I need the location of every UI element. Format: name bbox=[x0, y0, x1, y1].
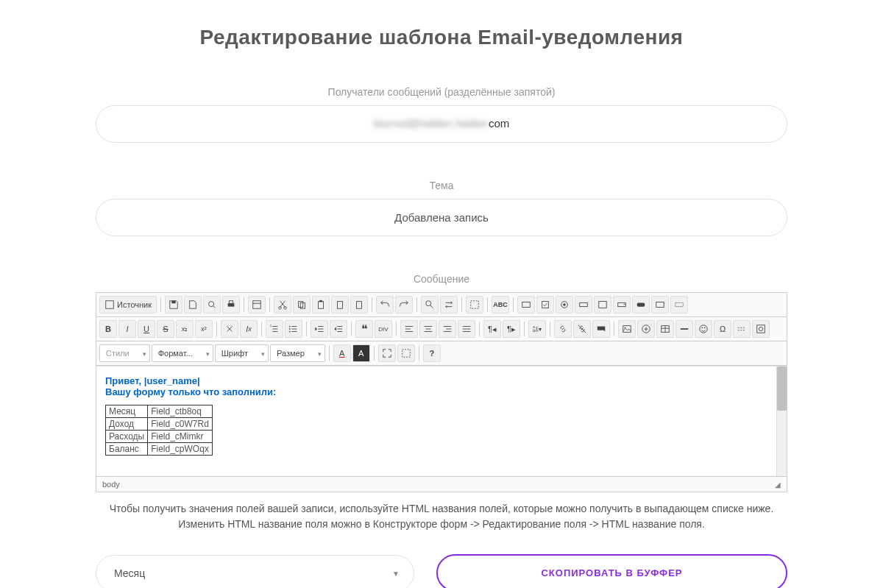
textfield-icon[interactable] bbox=[575, 296, 592, 314]
blockquote-icon[interactable]: ❝ bbox=[355, 320, 373, 338]
editor-filled-text: Вашу форму только что заполнили: bbox=[105, 386, 778, 397]
save-icon[interactable] bbox=[165, 296, 182, 314]
print-icon[interactable] bbox=[222, 296, 240, 314]
select-icon[interactable] bbox=[613, 296, 631, 314]
bg-color-icon[interactable]: A bbox=[352, 344, 370, 362]
svg-rect-40 bbox=[403, 350, 411, 358]
strike-icon[interactable]: S bbox=[157, 320, 174, 338]
button-icon[interactable] bbox=[632, 296, 650, 314]
editor-data-table: МесяцField_ctb8oq ДоходField_c0W7Rd Расх… bbox=[105, 405, 213, 456]
paste-text-icon[interactable] bbox=[331, 296, 349, 314]
source-button[interactable]: Источник bbox=[99, 296, 157, 314]
templates-icon[interactable] bbox=[248, 296, 266, 314]
table-row: БалансField_cpWOqx bbox=[106, 443, 213, 456]
superscript-icon[interactable]: x² bbox=[195, 320, 213, 338]
find-icon[interactable] bbox=[421, 296, 439, 314]
editor-scrollbar[interactable] bbox=[776, 366, 787, 476]
font-combo[interactable]: Шрифт bbox=[215, 344, 269, 362]
remove-format-icon[interactable] bbox=[221, 320, 238, 338]
hr-icon[interactable] bbox=[675, 320, 693, 338]
radio-icon[interactable] bbox=[556, 296, 573, 314]
svg-rect-0 bbox=[106, 301, 114, 309]
toolbar-row-1: Источник ABC bbox=[96, 293, 787, 317]
paste-icon[interactable] bbox=[312, 296, 330, 314]
table-row: МесяцField_ctb8oq bbox=[106, 405, 213, 418]
svg-rect-3 bbox=[228, 303, 235, 306]
select-all-icon[interactable] bbox=[466, 296, 483, 314]
undo-icon[interactable] bbox=[376, 296, 394, 314]
align-justify-icon[interactable] bbox=[458, 320, 475, 338]
paste-word-icon[interactable] bbox=[350, 296, 368, 314]
underline-icon[interactable]: U bbox=[138, 320, 155, 338]
redo-icon[interactable] bbox=[395, 296, 413, 314]
resize-handle-icon[interactable]: ◢ bbox=[775, 481, 781, 489]
bold-icon[interactable]: B bbox=[99, 320, 117, 338]
text-color-icon[interactable]: A bbox=[333, 344, 351, 362]
bidi-ltr-icon[interactable]: ¶◂ bbox=[483, 320, 501, 338]
align-center-icon[interactable] bbox=[419, 320, 437, 338]
subject-input[interactable] bbox=[96, 199, 787, 236]
svg-rect-18 bbox=[542, 302, 549, 308]
cut-icon[interactable] bbox=[274, 296, 291, 314]
imagebutton-icon[interactable] bbox=[651, 296, 669, 314]
svg-rect-12 bbox=[319, 300, 322, 302]
anchor-icon[interactable] bbox=[592, 320, 610, 338]
toolbar-row-2: B I U S x₂ x² Ix 1 ❝ DIV ¶◂ ¶▸ bbox=[96, 317, 787, 341]
size-combo[interactable]: Размер bbox=[270, 344, 325, 362]
hiddenfield-icon[interactable] bbox=[670, 296, 688, 314]
field-select[interactable]: Месяц bbox=[96, 555, 414, 589]
message-label: Сообщение bbox=[96, 273, 787, 285]
maximize-icon[interactable] bbox=[378, 344, 396, 362]
smiley-icon[interactable] bbox=[695, 320, 712, 338]
bidi-rtl-icon[interactable]: ¶▸ bbox=[503, 320, 520, 338]
editor-status-bar: body ◢ bbox=[96, 476, 787, 492]
editor-content[interactable]: Привет, |user_name| Вашу форму только чт… bbox=[96, 366, 787, 476]
link-icon[interactable] bbox=[554, 320, 572, 338]
iframe-icon[interactable] bbox=[752, 320, 770, 338]
format-combo[interactable]: Формат... bbox=[152, 344, 213, 362]
numbered-list-icon[interactable]: 1 bbox=[266, 320, 283, 338]
show-blocks-icon[interactable] bbox=[397, 344, 415, 362]
subscript-icon[interactable]: x₂ bbox=[176, 320, 194, 338]
form-icon[interactable] bbox=[517, 296, 535, 314]
svg-rect-4 bbox=[229, 301, 233, 304]
svg-rect-26 bbox=[675, 302, 684, 306]
table-icon[interactable] bbox=[656, 320, 674, 338]
align-left-icon[interactable] bbox=[400, 320, 418, 338]
svg-rect-24 bbox=[637, 302, 645, 306]
new-page-icon[interactable] bbox=[184, 296, 202, 314]
svg-rect-22 bbox=[599, 302, 607, 308]
styles-combo[interactable]: Стили bbox=[99, 344, 150, 362]
copy-format-icon[interactable]: Ix bbox=[240, 320, 258, 338]
copy-to-buffer-button[interactable]: СКОПИРОВАТЬ В БУФФЕР bbox=[436, 554, 787, 588]
svg-point-29 bbox=[289, 328, 291, 330]
recipients-label: Получатели сообщений (разделённые запято… bbox=[96, 86, 787, 98]
copy-icon[interactable] bbox=[293, 296, 311, 314]
pagebreak-icon[interactable] bbox=[733, 320, 751, 338]
replace-icon[interactable] bbox=[440, 296, 458, 314]
recipients-input[interactable] bbox=[96, 105, 787, 143]
specialchar-icon[interactable]: Ω bbox=[714, 320, 731, 338]
flash-icon[interactable] bbox=[637, 320, 655, 338]
unlink-icon[interactable] bbox=[573, 320, 591, 338]
svg-point-39 bbox=[759, 327, 762, 330]
svg-point-28 bbox=[289, 326, 291, 327]
preview-icon[interactable] bbox=[203, 296, 221, 314]
page-title: Редактирование шаблона Email-уведомления bbox=[96, 26, 787, 49]
indent-icon[interactable] bbox=[330, 320, 347, 338]
svg-rect-16 bbox=[471, 301, 479, 309]
svg-point-15 bbox=[426, 301, 431, 306]
align-right-icon[interactable] bbox=[439, 320, 456, 338]
spellcheck-icon[interactable]: ABC bbox=[492, 296, 509, 314]
div-icon[interactable]: DIV bbox=[375, 320, 392, 338]
svg-point-2 bbox=[209, 302, 214, 307]
image-icon[interactable] bbox=[618, 320, 636, 338]
subject-label: Тема bbox=[96, 180, 787, 191]
textarea-icon[interactable] bbox=[594, 296, 611, 314]
language-icon[interactable]: 話▾ bbox=[528, 320, 546, 338]
outdent-icon[interactable] bbox=[311, 320, 328, 338]
about-icon[interactable]: ? bbox=[423, 344, 441, 362]
bullet-list-icon[interactable] bbox=[285, 320, 302, 338]
checkbox-icon[interactable] bbox=[536, 296, 554, 314]
italic-icon[interactable]: I bbox=[118, 320, 136, 338]
